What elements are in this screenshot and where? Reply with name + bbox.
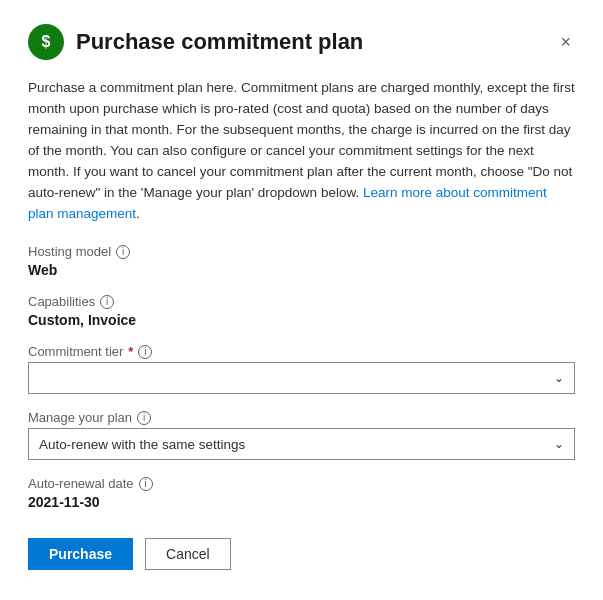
logo-icon: $ [28, 24, 64, 60]
commitment-tier-info-icon[interactable]: i [138, 345, 152, 359]
capabilities-info-icon[interactable]: i [100, 295, 114, 309]
description-text: Purchase a commitment plan here. Commitm… [28, 78, 575, 224]
manage-plan-field: Manage your plan i Auto-renew with the s… [28, 410, 575, 460]
required-indicator: * [128, 344, 133, 359]
hosting-model-value: Web [28, 262, 575, 278]
hosting-model-label-group: Hosting model i [28, 244, 575, 259]
commitment-tier-dropdown[interactable]: ⌄ [28, 362, 575, 394]
manage-plan-label: Manage your plan [28, 410, 132, 425]
hosting-model-label: Hosting model [28, 244, 111, 259]
commitment-tier-label-group: Commitment tier * i [28, 344, 575, 359]
purchase-button[interactable]: Purchase [28, 538, 133, 570]
dialog-footer: Purchase Cancel [28, 538, 575, 570]
auto-renewal-date-field: Auto-renewal date i 2021-11-30 [28, 476, 575, 510]
manage-plan-info-icon[interactable]: i [137, 411, 151, 425]
auto-renewal-date-label: Auto-renewal date [28, 476, 134, 491]
hosting-model-field: Hosting model i Web [28, 244, 575, 278]
manage-plan-selected-value: Auto-renew with the same settings [39, 437, 245, 452]
auto-renewal-date-value: 2021-11-30 [28, 494, 575, 510]
commitment-tier-chevron-icon: ⌄ [554, 371, 564, 385]
manage-plan-chevron-icon: ⌄ [554, 437, 564, 451]
auto-renewal-date-info-icon[interactable]: i [139, 477, 153, 491]
capabilities-field: Capabilities i Custom, Invoice [28, 294, 575, 328]
manage-plan-label-group: Manage your plan i [28, 410, 575, 425]
capabilities-label: Capabilities [28, 294, 95, 309]
purchase-commitment-dialog: $ Purchase commitment plan × Purchase a … [0, 0, 603, 600]
capabilities-value: Custom, Invoice [28, 312, 575, 328]
dialog-header: $ Purchase commitment plan × [28, 24, 575, 60]
commitment-tier-label: Commitment tier [28, 344, 123, 359]
description-main: Purchase a commitment plan here. Commitm… [28, 80, 575, 200]
auto-renewal-date-label-group: Auto-renewal date i [28, 476, 575, 491]
dialog-title: Purchase commitment plan [76, 29, 556, 55]
hosting-model-info-icon[interactable]: i [116, 245, 130, 259]
capabilities-label-group: Capabilities i [28, 294, 575, 309]
cancel-button[interactable]: Cancel [145, 538, 231, 570]
commitment-tier-field: Commitment tier * i ⌄ [28, 344, 575, 394]
manage-plan-dropdown[interactable]: Auto-renew with the same settings ⌄ [28, 428, 575, 460]
close-button[interactable]: × [556, 29, 575, 55]
